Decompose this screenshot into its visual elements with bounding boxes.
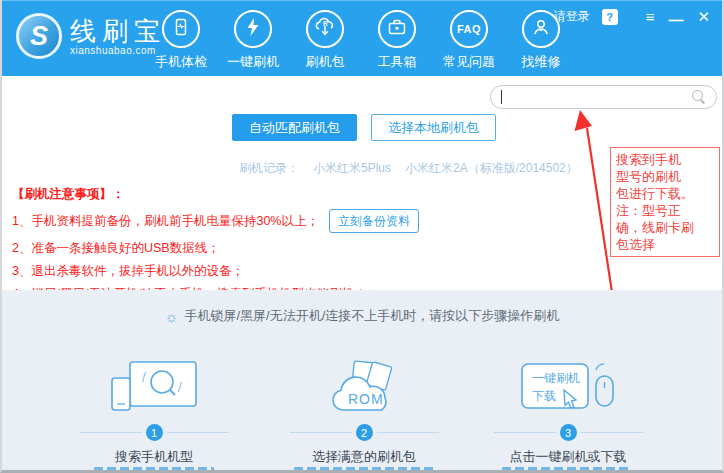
step-label: 选择满意的刷机包 [312,448,416,466]
flash-history-label: 刷机记录： [239,160,299,177]
flash-history-item[interactable]: 小米红米5Plus [313,160,391,177]
guide-title-row: ☼ 手机锁屏/黑屏/无法开机/连接不上手机时，请按以下步骤操作刷机 [2,307,722,325]
notice-item: 3、退出杀毒软件，拔掉手机以外的设备； [12,263,419,279]
svg-text:一键刷机: 一键刷机 [532,371,580,385]
search-input[interactable] [490,85,717,109]
person-icon [531,17,551,41]
nav-item-oneclick-flash[interactable]: 一键刷机 [217,10,289,71]
guide-step-click-flash: 一键刷机 下载 3 点击一键刷机或下载 [458,358,678,466]
rom-cloud-icon: ROM [319,358,409,418]
app-window: S 线刷宝 xianshuabao.com 手机体检 一键刷机 [0,0,724,473]
minimize-icon[interactable]: — [668,12,683,28]
flash-history-item[interactable]: 小米红米2A（标准版/2014502） [405,160,578,177]
lightning-icon [244,17,262,41]
step-number-badge: 1 [146,424,163,441]
window-chrome: 请登录 ? ≡ — ✕ [554,8,710,25]
text-caret [501,90,502,104]
action-button-row: 自动匹配刷机包 选择本地刷机包 [2,114,724,141]
cut-off-text [294,467,434,472]
notice-item: 1、手机资料提前备份，刷机前手机电量保持30%以上； 立刻备份资料 [12,209,419,233]
nav-label: 刷机包 [306,53,345,71]
phone-check-icon [171,17,191,41]
toolbox-icon [387,17,407,41]
header-bar: S 线刷宝 xianshuabao.com 手机体检 一键刷机 [2,0,722,76]
sun-icon: ☼ [165,308,179,325]
cut-off-text [502,467,632,472]
search-model-icon [104,358,204,418]
backup-now-button[interactable]: 立刻备份资料 [329,209,419,233]
step-number-badge: 2 [356,424,373,441]
guide-title: 手机锁屏/黑屏/无法开机/连接不上手机时，请按以下步骤操作刷机 [184,307,559,325]
select-local-rom-button[interactable]: 选择本地刷机包 [371,114,496,141]
nav-label: 找维修 [522,53,561,71]
annotation-callout: 搜索到手机 型号的刷机 包进行下载。 注：型号正 确，线刷卡刷 包选择 [610,147,720,257]
notice-title: 【刷机注意事项】： [12,186,419,203]
faq-icon: FAQ [457,23,481,35]
nav-label: 一键刷机 [227,53,279,71]
svg-text:ROM: ROM [348,391,384,407]
main-nav: 手机体检 一键刷机 R 刷机包 工具箱 FAQ [145,10,577,71]
step-label: 点击一键刷机或下载 [510,448,627,466]
step-number-badge: 3 [560,424,577,441]
guide-section: ☼ 手机锁屏/黑屏/无法开机/连接不上手机时，请按以下步骤操作刷机 1 [2,290,722,473]
guide-step-choose-rom: ROM 2 选择满意的刷机包 [254,358,474,466]
nav-label: 手机体检 [155,53,207,71]
nav-label: 工具箱 [378,53,417,71]
close-icon[interactable]: ✕ [697,9,710,25]
nav-label: 常见问题 [443,53,495,71]
nav-item-toolbox[interactable]: 工具箱 [361,10,433,71]
cut-off-text [94,467,214,472]
search-icon[interactable] [692,90,706,104]
login-link[interactable]: 请登录 [554,8,590,25]
nav-item-phone-check[interactable]: 手机体检 [145,10,217,71]
svg-text:下载: 下载 [532,389,556,403]
auto-match-rom-button[interactable]: 自动匹配刷机包 [232,114,357,141]
help-icon[interactable]: ? [602,9,618,25]
nav-item-rom-package[interactable]: R 刷机包 [289,10,361,71]
app-logo[interactable]: S 线刷宝 xianshuabao.com [16,13,166,59]
rom-download-icon: R [314,17,336,41]
oneclick-download-icon: 一键刷机 下载 [508,358,628,418]
nav-item-faq[interactable]: FAQ 常见问题 [433,10,505,71]
menu-icon[interactable]: ≡ [646,9,655,25]
notice-item: 2、准备一条接触良好的USB数据线； [12,240,419,256]
step-label: 搜索手机机型 [115,448,193,466]
logo-s-icon: S [16,13,62,59]
svg-text:R: R [323,20,328,27]
guide-step-search-model: 1 搜索手机机型 [44,358,264,466]
flash-history: 刷机记录： 小米红米5Plus 小米红米2A（标准版/2014502） [239,160,578,177]
